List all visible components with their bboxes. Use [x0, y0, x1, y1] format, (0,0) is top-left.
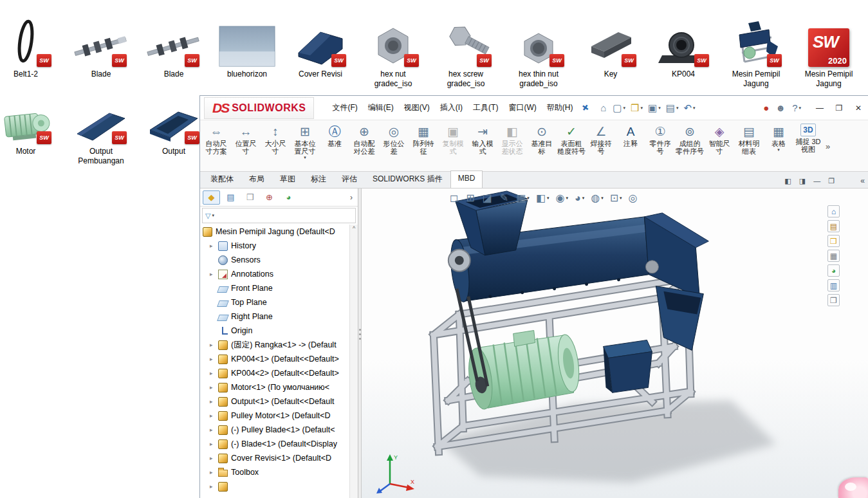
desktop-icon-blade-2[interactable]: SW Blade: [140, 5, 207, 79]
dimxpertmanager-tab[interactable]: ⊕: [261, 190, 278, 205]
menu-file[interactable]: 文件(F): [327, 99, 362, 116]
reference-triad[interactable]: Y X: [372, 450, 418, 497]
ribbon-overflow-button[interactable]: »: [826, 142, 830, 151]
desktop-icon-cover-revisi[interactable]: SW Cover Revisi: [287, 5, 354, 79]
note-button[interactable]: A 注释: [616, 122, 645, 171]
view-palette-icon[interactable]: ▦: [827, 250, 840, 262]
section-view-icon[interactable]: ◪: [483, 192, 494, 204]
appearances-icon[interactable]: ◕: [827, 264, 840, 277]
custom-properties-icon[interactable]: ▥: [827, 279, 840, 291]
datum-target-button[interactable]: ⊙ 基准目 标: [527, 122, 557, 171]
annotation-view-icon[interactable]: ✎: [500, 192, 510, 204]
desktop-icon-hex-nut[interactable]: SW hex nut gradec_iso: [360, 5, 427, 89]
tab-sketch[interactable]: 草图: [272, 171, 303, 188]
pane-split-left-icon[interactable]: ◧: [784, 177, 791, 185]
desktop-icon-output-pembuangan[interactable]: SW Output Pembuangan: [68, 100, 134, 166]
tree-item-top-plane[interactable]: Top Plane: [200, 295, 349, 309]
expand-arrow-icon[interactable]: ▸: [210, 455, 217, 461]
tab-solidworks-addins[interactable]: SOLIDWORKS 插件: [365, 171, 450, 188]
zoom-to-fit-icon[interactable]: ◻: [450, 192, 459, 204]
help-icon[interactable]: ? ▾: [790, 101, 804, 115]
new-document-icon[interactable]: ▢ ▾: [610, 101, 628, 115]
expand-arrow-icon[interactable]: ▸: [210, 356, 217, 362]
expand-arrow-icon[interactable]: ▸: [210, 243, 217, 249]
tree-item-right-plane[interactable]: Right Plane: [200, 309, 349, 324]
save-icon[interactable]: ▣ ▾: [645, 101, 663, 115]
magnifier-icon[interactable]: ◎: [629, 192, 639, 204]
desktop-icon-mesin-pemipil-jagung-part[interactable]: SW Mesin Pemipil Jagung: [723, 5, 790, 89]
import-scheme-button[interactable]: ⇥ 输入模 式: [468, 122, 497, 171]
tree-item-origin[interactable]: Origin: [200, 324, 349, 338]
open-icon[interactable]: ❒ ▾: [628, 101, 645, 115]
size-dimension-button[interactable]: ↕ 大小尺 寸: [261, 122, 290, 171]
tree-item-blade[interactable]: ▸ (-) Blade<1> (Default<Display: [200, 437, 349, 451]
tables-button[interactable]: ▦ 表格 ▾: [764, 122, 793, 171]
panel-tabs-overflow[interactable]: ›: [347, 193, 355, 202]
solidworks-resources-icon[interactable]: ⌂: [827, 205, 840, 217]
show-tolerance-status-button[interactable]: ◧ 显示公 差状态: [497, 122, 527, 171]
tree-scrollbar[interactable]: ^: [349, 225, 358, 498]
minimize-button[interactable]: —: [810, 100, 829, 116]
tree-item-clipped[interactable]: ▸: [200, 479, 349, 493]
copy-scheme-button[interactable]: ▣ 复制模 式: [438, 122, 468, 171]
tree-item-annotations[interactable]: ▸ Annotations: [200, 267, 349, 281]
desktop-icon-blade-1[interactable]: SW Blade: [68, 5, 134, 79]
expand-arrow-icon[interactable]: ▸: [210, 370, 217, 376]
bom-button[interactable]: ▤ 材料明 细表: [734, 122, 764, 171]
tree-item-pulley-blade[interactable]: ▸ (-) Pulley Blade<1> (Default<: [200, 423, 349, 437]
geometric-tolerance-button[interactable]: ◎ 形位公 差: [379, 122, 409, 171]
pattern-feature-button[interactable]: ▦ 阵列特 征: [409, 122, 438, 171]
tab-evaluate[interactable]: 评估: [334, 171, 365, 188]
expand-arrow-icon[interactable]: ▸: [210, 384, 217, 391]
expand-arrow-icon[interactable]: ▸: [210, 427, 217, 433]
restore-doc-icon[interactable]: ❐: [828, 177, 835, 185]
user-account-icon[interactable]: ☻: [773, 101, 790, 115]
auto-balloon-button[interactable]: ⊚ 成组的 零件序号: [675, 122, 705, 171]
edit-appearance-icon[interactable]: ◕ ▾: [575, 192, 584, 204]
tree-root-assembly[interactable]: Mesin Pemipil Jagung (Default<D: [200, 225, 349, 239]
tree-item-cover-revisi[interactable]: ▸ Cover Revisi<1> (Default<D: [200, 451, 349, 465]
design-library-icon[interactable]: ▤: [827, 220, 840, 232]
capture-3d-view-button[interactable]: 3D 捕捉 3D 视图: [793, 122, 823, 171]
menu-insert[interactable]: 插入(I): [435, 99, 468, 116]
model-3d-view[interactable]: [362, 189, 868, 498]
feature-tree-filter-input[interactable]: [214, 210, 353, 221]
displaymanager-tab[interactable]: ◕: [280, 190, 297, 205]
surface-finish-button[interactable]: ✓ 表面粗 糙度符号: [557, 122, 586, 171]
desktop-icon-key[interactable]: SW Key: [577, 5, 644, 79]
desktop-icon-kp004[interactable]: SW KP004: [650, 5, 717, 79]
zoom-to-area-icon[interactable]: ⊞: [466, 192, 476, 204]
tree-item-sensors[interactable]: Sensors: [200, 253, 349, 267]
desktop-icon-motor[interactable]: SW Motor: [0, 100, 59, 156]
scroll-up-button[interactable]: ^: [350, 225, 358, 234]
tree-item-toolbox[interactable]: ▸ Toolbox: [200, 465, 349, 479]
tree-item-motor[interactable]: ▸ Motor<1> (По умолчанию<: [200, 380, 349, 394]
menu-edit[interactable]: 编辑(E): [363, 99, 399, 116]
tab-assembly[interactable]: 装配体: [203, 171, 241, 188]
weld-symbol-button[interactable]: ∠ 焊接符 号: [586, 122, 616, 171]
expand-arrow-icon[interactable]: ▸: [210, 398, 217, 405]
tree-item-front-plane[interactable]: Front Plane: [200, 281, 349, 295]
home-icon[interactable]: ⌂: [598, 101, 610, 115]
menu-view[interactable]: 视图(V): [399, 99, 435, 116]
configurationmanager-tab[interactable]: ❒: [241, 190, 259, 205]
desktop-icon-output[interactable]: SW Output: [140, 100, 207, 156]
tree-item-kp004-2[interactable]: ▸ KP004<2> (Default<<Default>: [200, 366, 349, 380]
view-settings-icon[interactable]: ⊡ ▾: [610, 192, 622, 204]
expand-arrow-icon[interactable]: ▸: [210, 483, 217, 490]
print-icon[interactable]: ▤ ▾: [663, 101, 681, 115]
expand-arrow-icon[interactable]: ▸: [210, 271, 217, 277]
tree-item-kp004-1[interactable]: ▸ KP004<1> (Default<<Default>: [200, 352, 349, 366]
display-style-icon[interactable]: ◧ ▾: [536, 192, 549, 204]
pane-split-right-icon[interactable]: ◨: [799, 177, 806, 185]
tree-item-pulley-motor[interactable]: ▸ Pulley Motor<1> (Default<D: [200, 409, 349, 423]
tree-item-output[interactable]: ▸ Output<1> (Default<<Default: [200, 394, 349, 409]
tree-item-rangka[interactable]: ▸ (固定) Rangka<1> -> (Default: [200, 338, 349, 352]
desktop-icon-bluehorizon[interactable]: bluehorizon: [214, 5, 281, 79]
filter-funnel-icon[interactable]: ▽▾: [205, 212, 214, 220]
tab-layout[interactable]: 布局: [241, 171, 272, 188]
file-explorer-icon[interactable]: ❒: [827, 235, 840, 247]
propertymanager-tab[interactable]: ▤: [222, 190, 239, 205]
resource-monitor-icon[interactable]: ●: [761, 101, 773, 115]
pin-menu-icon[interactable]: ✚: [580, 102, 591, 114]
